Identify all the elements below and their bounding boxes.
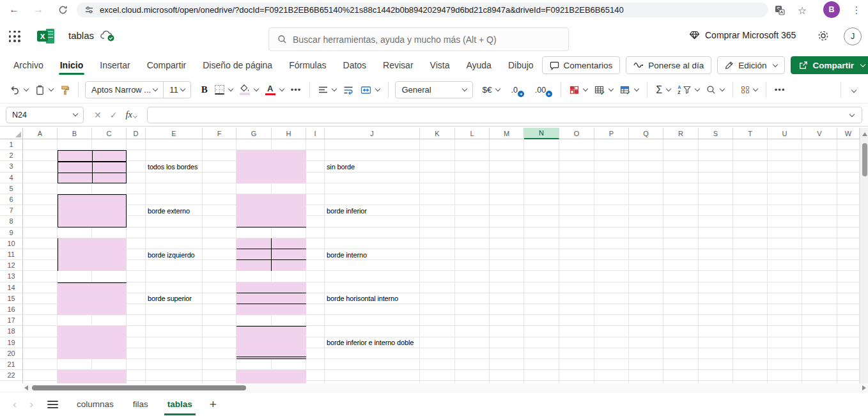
cell-label-J11[interactable]: borde interno xyxy=(327,251,367,259)
undo-button[interactable] xyxy=(8,82,30,98)
cell-block-G14:H16[interactable] xyxy=(236,282,306,316)
ribbon-tab-fórmulas[interactable]: Fórmulas xyxy=(281,54,334,77)
merge-cells-button[interactable] xyxy=(359,83,382,97)
more-commands-button[interactable]: ••• xyxy=(773,82,787,97)
font-name-select[interactable]: Aptos Narrow ... xyxy=(86,82,163,98)
column-header-O[interactable]: O xyxy=(559,128,594,139)
ribbon-tab-dibujo[interactable]: Dibujo xyxy=(500,54,542,77)
column-header-D[interactable]: D xyxy=(127,128,146,139)
ribbon-tab-diseño-de-página[interactable]: Diseño de página xyxy=(194,54,281,77)
row-header-5[interactable]: 5 xyxy=(0,183,23,194)
cell-block-B2:C4[interactable] xyxy=(58,150,127,183)
column-header-N[interactable]: N xyxy=(524,128,559,139)
horizontal-scroll-thumb[interactable] xyxy=(32,385,246,390)
comments-button[interactable]: Comentarios xyxy=(542,56,621,74)
document-title[interactable]: tablas xyxy=(68,30,94,41)
expand-formula-bar-icon[interactable] xyxy=(849,111,855,116)
spreadsheet-grid[interactable]: todos los bordessin bordeborde externobo… xyxy=(0,128,860,383)
column-header-E[interactable]: E xyxy=(146,128,203,139)
cell-block-G22:H23[interactable] xyxy=(236,370,306,383)
row-header-17[interactable]: 17 xyxy=(0,315,23,326)
cell-block-G10:H12[interactable] xyxy=(236,238,306,272)
wrap-text-button[interactable] xyxy=(341,83,355,97)
formula-input[interactable] xyxy=(147,107,862,123)
cell-block-B18:C20[interactable] xyxy=(58,326,127,359)
bookmark-star-icon[interactable]: ☆ xyxy=(794,3,810,18)
row-header-21[interactable]: 21 xyxy=(0,359,23,370)
ribbon-tab-compartir[interactable]: Compartir xyxy=(139,54,194,77)
autosum-button[interactable]: Σ xyxy=(654,82,672,98)
row-header-9[interactable]: 9 xyxy=(0,227,23,238)
cell-label-E7[interactable]: borde externo xyxy=(148,207,190,215)
app-launcher-icon[interactable] xyxy=(8,30,21,43)
row-header-12[interactable]: 12 xyxy=(0,260,23,271)
row-header-16[interactable]: 16 xyxy=(0,304,23,315)
row-header-20[interactable]: 20 xyxy=(0,348,23,359)
site-settings-icon[interactable] xyxy=(84,5,94,15)
url-text[interactable]: excel.cloud.microsoft/open/onedrive/?doc… xyxy=(100,5,624,15)
more-font-options-button[interactable]: ••• xyxy=(289,82,304,97)
ribbon-tab-ayuda[interactable]: Ayuda xyxy=(458,54,499,77)
row-header-13[interactable]: 13 xyxy=(0,271,23,282)
vertical-scroll-thumb[interactable] xyxy=(862,143,867,176)
column-header-P[interactable]: P xyxy=(594,128,629,139)
currency-format-button[interactable]: $€ xyxy=(480,82,502,97)
cell-label-E3[interactable]: todos los bordes xyxy=(148,163,198,171)
cell-label-J7[interactable]: borde inferior xyxy=(327,207,367,215)
bold-button[interactable]: B xyxy=(199,82,210,98)
column-header-A[interactable]: A xyxy=(23,128,58,139)
enter-check-icon[interactable]: ✓ xyxy=(110,110,118,120)
cell-styles-button[interactable] xyxy=(618,83,640,97)
row-header-8[interactable]: 8 xyxy=(0,216,23,227)
increase-decimal-button[interactable]: .00 ▸ xyxy=(533,83,550,97)
column-header-T[interactable]: T xyxy=(733,128,768,139)
row-header-11[interactable]: 11 xyxy=(0,249,23,260)
scroll-left-arrow-icon[interactable] xyxy=(24,385,28,390)
row-header-10[interactable]: 10 xyxy=(0,238,23,249)
all-sheets-menu-icon[interactable] xyxy=(47,399,58,410)
column-header-I[interactable]: I xyxy=(306,128,325,139)
sheet-tab-filas[interactable]: filas xyxy=(123,392,158,416)
cell-block-B22:C23[interactable] xyxy=(58,370,127,383)
row-header-7[interactable]: 7 xyxy=(0,205,23,216)
row-header-23[interactable]: 23 xyxy=(0,381,23,383)
browser-forward-button[interactable]: → xyxy=(31,2,46,17)
row-header-22[interactable]: 22 xyxy=(0,370,23,381)
find-button[interactable] xyxy=(704,82,726,97)
horizontal-scrollbar[interactable] xyxy=(23,383,868,392)
column-header-K[interactable]: K xyxy=(420,128,455,139)
cell-label-J3[interactable]: sin borde xyxy=(327,163,355,171)
cell-block-B6:C8[interactable] xyxy=(58,194,127,227)
sheet-views-button[interactable] xyxy=(740,84,759,96)
row-header-18[interactable]: 18 xyxy=(0,326,23,337)
excel-logo-icon[interactable]: X xyxy=(37,27,54,45)
row-header-14[interactable]: 14 xyxy=(0,282,23,293)
decrease-decimal-button[interactable]: .0 ◂ xyxy=(509,83,522,97)
account-avatar[interactable]: J xyxy=(844,27,862,45)
format-as-table-button[interactable] xyxy=(593,83,615,97)
sheet-tab-columnas[interactable]: columnas xyxy=(67,392,123,416)
row-header-4[interactable]: 4 xyxy=(0,173,23,183)
cell-block-G2:H4[interactable] xyxy=(236,150,306,183)
insert-function-button[interactable]: fx xyxy=(125,109,136,120)
share-button[interactable]: Compartir xyxy=(791,56,868,74)
name-box[interactable]: N24 xyxy=(6,107,84,123)
column-header-B[interactable]: B xyxy=(58,128,92,139)
translate-icon[interactable] xyxy=(772,3,787,18)
fill-color-button[interactable] xyxy=(238,82,260,98)
font-color-button[interactable]: A xyxy=(263,82,286,98)
cell-block-G18:H20[interactable] xyxy=(236,326,306,359)
paste-clipboard-button[interactable] xyxy=(33,82,55,98)
cell-label-E11[interactable]: borde izquierdo xyxy=(148,251,195,259)
column-header-V[interactable]: V xyxy=(802,128,837,139)
address-bar[interactable]: excel.cloud.microsoft/open/onedrive/?doc… xyxy=(77,3,768,17)
conditional-formatting-button[interactable] xyxy=(568,83,589,97)
row-header-2[interactable]: 2 xyxy=(0,150,23,161)
select-all-corner[interactable] xyxy=(0,128,23,139)
browser-back-button[interactable]: ← xyxy=(6,2,22,17)
row-header-1[interactable]: 1 xyxy=(0,139,23,150)
search-input[interactable]: Buscar herramientas, ayuda y mucho más (… xyxy=(268,27,569,51)
column-header-S[interactable]: S xyxy=(699,128,733,139)
row-header-3[interactable]: 3 xyxy=(0,161,23,172)
scroll-up-arrow-icon[interactable] xyxy=(862,132,867,136)
